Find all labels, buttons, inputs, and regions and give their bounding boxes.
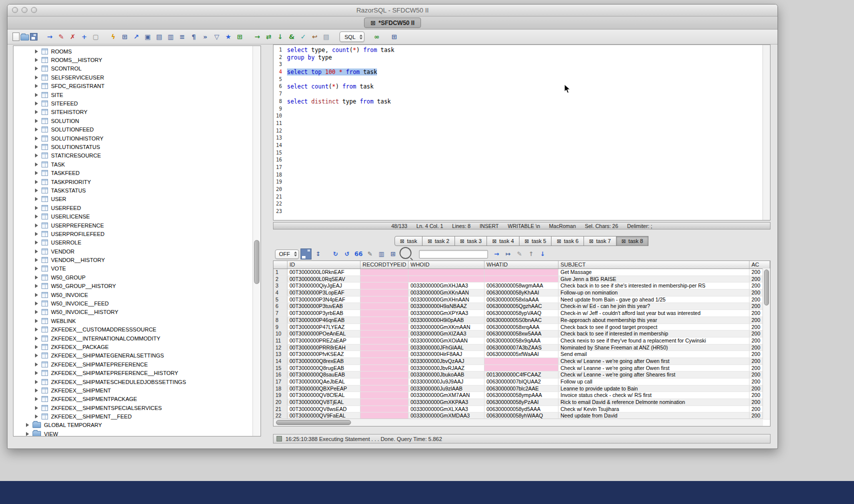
tree-node[interactable]: USERPROFILEFEED — [14, 230, 260, 238]
expand-icon[interactable] — [35, 258, 38, 262]
download-icon[interactable]: ↓ — [538, 249, 548, 259]
cell-whoid[interactable]: 0033000000JbukoAAB — [408, 372, 484, 378]
table-row[interactable]: 1 00T3000000L0RknEAF Get Massage 200 — [274, 269, 770, 276]
columns-icon[interactable]: ▥ — [376, 249, 386, 259]
expand-icon[interactable] — [35, 224, 38, 228]
result-tab[interactable]: ⊠ task 6 — [551, 236, 584, 246]
tree-node[interactable]: SITEFEED — [14, 99, 260, 108]
document-icon[interactable]: ▥ — [166, 32, 176, 42]
cell-whatid[interactable]: 006300000058xrqAAA — [484, 324, 558, 330]
expand-icon[interactable] — [35, 119, 38, 123]
open-folder-icon[interactable] — [20, 34, 29, 40]
tree-node[interactable]: VOTE — [14, 264, 260, 273]
column-header[interactable]: SUBJECT — [558, 261, 750, 268]
column-header[interactable]: ID — [288, 261, 360, 268]
cell-whoid[interactable]: 0033000000GmXLXAA3 — [408, 406, 484, 412]
run-script-icon[interactable]: & — [286, 32, 297, 42]
cell-whoid[interactable] — [408, 269, 484, 276]
execute-all-icon[interactable]: ⇄ — [264, 32, 274, 42]
titlebar[interactable]: RazorSQL - SFDCW50 II — [8, 4, 778, 16]
tree-node[interactable]: ZKFEDEX__SHIPMATEGENERALSETTINGS — [14, 352, 260, 360]
tree-node[interactable]: W50_INVOICE — [14, 290, 260, 299]
expand-icon[interactable] — [35, 214, 38, 218]
table-row[interactable]: 2 00T3000000L0RqSEAV Give Jenn a BIG RAI… — [274, 276, 770, 283]
close-result-tab-icon[interactable]: ⊠ — [400, 238, 404, 244]
refresh-icon[interactable]: ↻ — [330, 249, 340, 259]
expand-icon[interactable] — [26, 423, 29, 427]
tree-node[interactable]: SOLUTIONHISTORY — [14, 134, 260, 142]
limit-select[interactable]: OFF — [275, 250, 299, 259]
quotes-icon[interactable]: 66 — [354, 249, 364, 259]
table-row[interactable]: 4 00T3000000P3LopEAF 0033000000GmXKnAAN … — [274, 290, 770, 296]
cell-recordtypeid[interactable] — [360, 324, 408, 330]
cell-recordtypeid[interactable] — [360, 290, 408, 296]
result-tab[interactable]: ⊠ task 7 — [584, 236, 616, 246]
table-row[interactable]: 21 00T3000000QV8wsEAD 0033000000GmXLXAA3… — [274, 406, 770, 413]
cell-subject[interactable]: Leanne to provide update to Bain — [558, 386, 750, 392]
sql-editor[interactable]: 1234567891011121314151617181920212223 se… — [273, 44, 770, 220]
document-tab[interactable]: ⊠ *SFDCW50 II — [364, 18, 421, 28]
cell-whatid[interactable]: 00630000005QgzhAAC — [484, 303, 558, 310]
tree-node[interactable]: SFDC_REGISTRANT — [14, 82, 260, 90]
cell-subject[interactable]: Get Massage — [558, 269, 750, 276]
table-row[interactable]: 20 00T3000000QV8TjEAL 0033000000GmXKPAA3… — [274, 399, 770, 406]
table-icon[interactable]: ⊞ — [388, 249, 398, 259]
cell-recordtypeid[interactable] — [360, 269, 408, 276]
expand-icon[interactable] — [35, 66, 38, 70]
cell-whoid[interactable]: 0033000000GmXPYAA3 — [408, 310, 484, 316]
cell-subject[interactable]: Check w/ Leanne - we're going after Owen… — [558, 365, 750, 372]
table-row[interactable]: 5 00T3000000P3N4pEAF 0033000000GmXHnAAN … — [274, 296, 770, 304]
grid-icon[interactable]: ⊞ — [389, 32, 400, 42]
cell-subject[interactable]: Check nexis to see if they've found a re… — [558, 338, 750, 344]
new-file-icon[interactable] — [12, 32, 20, 41]
table-row[interactable]: 9 00T3000000P47LYEAZ 0033000000GmXKmAAN … — [274, 324, 770, 331]
close-window-button[interactable] — [12, 7, 18, 13]
tree-node[interactable]: TASK — [14, 160, 260, 168]
cell-id[interactable]: 00T3000000QBXPeEAP — [288, 386, 360, 392]
expand-icon[interactable] — [35, 84, 38, 88]
cell-whoid[interactable]: 0033000000JFhGlAAL — [408, 344, 484, 351]
cell-subject[interactable]: Check w/ Kevin Tsujihara — [558, 406, 750, 412]
cell-whatid[interactable] — [484, 269, 558, 276]
expand-icon[interactable] — [35, 76, 38, 80]
cell-subject[interactable]: Check back to see if interested in membe… — [558, 330, 750, 337]
cell-id[interactable]: 00T3000000PREZaEAP — [288, 338, 360, 344]
tree-node[interactable]: USERROLE — [14, 238, 260, 247]
column-header[interactable]: AC — [750, 261, 770, 268]
result-tab[interactable]: ⊠ task 3 — [454, 236, 488, 246]
tree-node[interactable]: GLOBAL TEMPORARY — [14, 421, 260, 430]
describe-table-icon[interactable]: ⊞ — [120, 32, 130, 42]
cell-recordtypeid[interactable] — [360, 399, 408, 406]
tree-node[interactable]: ZKFEDEX__SHIPMENTSPECIALSERVICES — [14, 404, 260, 412]
cell-id[interactable]: 00T3000000P47LYEAZ — [288, 324, 360, 330]
tree-node[interactable]: ZKFEDEX__SHIPMENTPACKAGE — [14, 395, 260, 404]
cell-whatid[interactable]: 006300000058x9qAAA — [484, 338, 558, 344]
tree-node[interactable]: VIEW — [14, 430, 260, 436]
tree-node[interactable]: TASKPRIORITY — [14, 178, 260, 186]
expand-icon[interactable] — [35, 276, 38, 280]
favorites-icon[interactable]: ★ — [223, 32, 234, 42]
expand-icon[interactable] — [35, 154, 38, 158]
cell-recordtypeid[interactable] — [360, 282, 408, 289]
edit-cell-icon[interactable]: ✎ — [56, 32, 66, 42]
expand-icon[interactable] — [35, 180, 38, 184]
copy-icon[interactable]: ▣ — [142, 32, 153, 42]
results-horizontal-scrollbar[interactable] — [274, 418, 763, 426]
cell-whoid[interactable]: 0033000000H9aNBAAZ — [408, 303, 484, 310]
cell-recordtypeid[interactable] — [360, 372, 408, 378]
paste-icon[interactable]: ▤ — [154, 32, 164, 42]
table-row[interactable]: 12 00T3000000PRR8rEAH 0033000000JFhGlAAL… — [274, 344, 770, 352]
cell-whatid[interactable]: 006300000058wgmAAA — [484, 282, 558, 289]
tree-node[interactable]: USERPREFERENCE — [14, 221, 260, 230]
list-icon[interactable]: ≡ — [177, 32, 188, 42]
tree-node[interactable]: ZKFEDEX__SHIPMENT__FEED — [14, 412, 260, 420]
cell-subject[interactable]: Nominated by Shane Freeman at ANZ (HR50) — [558, 344, 750, 351]
export-icon[interactable]: ↗ — [131, 32, 142, 42]
cell-subject[interactable]: Check-in w/ Jeff - couldn't afford last … — [558, 310, 750, 316]
cell-subject[interactable]: Follow-up on nomination — [558, 290, 750, 296]
table-row[interactable]: 18 00T3000000QBXPeEAP 0033000000Ju9zlAAB… — [274, 386, 770, 392]
table-row[interactable]: 14 00T3000000Q8rexEAB 0033000000JbvQzAAJ… — [274, 358, 770, 365]
tree-node[interactable]: ZKFEDEX__SHIPMATEPREFERENCE — [14, 360, 260, 368]
tree-node[interactable]: VENDOR — [14, 247, 260, 256]
tree-node[interactable]: W50_INVOICE__FEED — [14, 299, 260, 308]
